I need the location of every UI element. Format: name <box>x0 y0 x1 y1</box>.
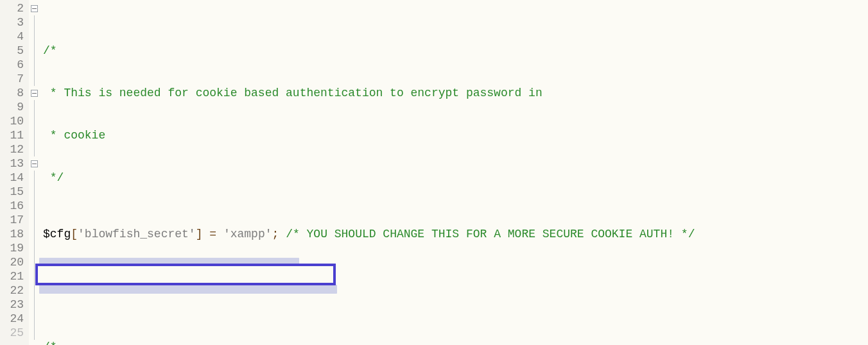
code-line[interactable]: */ <box>39 171 868 185</box>
code-line[interactable]: /* <box>39 44 868 58</box>
code-line[interactable]: * cookie <box>39 128 868 142</box>
code-line[interactable]: * This is needed for cookie based authen… <box>39 86 868 100</box>
obscured-region <box>39 258 299 264</box>
fold-toggle-icon[interactable] <box>31 5 38 12</box>
code-area[interactable]: /* * This is needed for cookie based aut… <box>39 0 868 345</box>
line-number: 6 <box>0 58 24 72</box>
line-number: 9 <box>0 100 24 114</box>
obscured-region <box>39 285 337 294</box>
comment-text: /* YOU SHOULD CHANGE THIS FOR A MORE SEC… <box>279 228 695 240</box>
line-number: 13 <box>0 156 24 171</box>
fold-toggle-icon[interactable] <box>31 90 38 97</box>
comment-text: * cookie <box>43 129 105 142</box>
line-number: 8 <box>0 86 24 100</box>
code-line[interactable]: $cfg['blowfish_secret'] = 'xampp'; /* YO… <box>39 227 868 241</box>
code-token: [ <box>71 228 78 240</box>
line-number: 24 <box>0 312 24 326</box>
line-number: 16 <box>0 199 24 213</box>
line-number: 21 <box>0 269 24 283</box>
line-number: 7 <box>0 72 24 86</box>
line-number: 25 <box>0 326 24 340</box>
line-number: 18 <box>0 227 24 241</box>
line-number: 19 <box>0 241 24 255</box>
line-number: 10 <box>0 114 24 128</box>
highlight-box <box>35 264 336 285</box>
code-editor[interactable]: 2 3 4 5 6 7 8 9 10 11 12 13 14 15 16 17 … <box>0 0 868 345</box>
line-number: 15 <box>0 185 24 199</box>
line-number: 22 <box>0 283 24 298</box>
code-line[interactable]: /* <box>39 340 868 345</box>
comment-text: * This is needed for cookie based authen… <box>43 87 542 99</box>
line-number: 2 <box>0 1 24 15</box>
fold-column <box>29 0 39 345</box>
comment-text: /* <box>43 44 57 57</box>
line-number: 5 <box>0 44 24 58</box>
line-number: 20 <box>0 255 24 269</box>
comment-text: */ <box>43 171 64 184</box>
line-number: 12 <box>0 142 24 156</box>
line-number: 14 <box>0 171 24 185</box>
line-number: 4 <box>0 29 24 44</box>
line-number-gutter: 2 3 4 5 6 7 8 9 10 11 12 13 14 15 16 17 … <box>0 0 29 345</box>
fold-toggle-icon[interactable] <box>31 160 38 167</box>
line-number: 23 <box>0 298 24 312</box>
code-token: $cfg <box>43 228 71 240</box>
line-number: 3 <box>0 15 24 29</box>
code-token: ] = <box>196 228 223 240</box>
code-token: 'xampp' <box>223 228 272 240</box>
comment-text: /* <box>43 341 57 345</box>
line-number: 17 <box>0 213 24 227</box>
code-token: ; <box>272 228 279 240</box>
line-number: 11 <box>0 128 24 142</box>
code-token: 'blowfish_secret' <box>78 228 196 240</box>
